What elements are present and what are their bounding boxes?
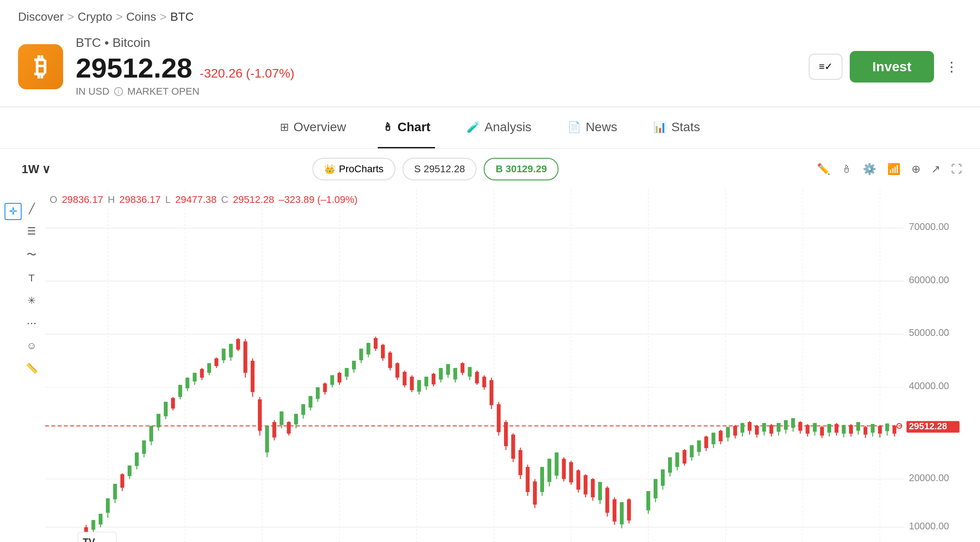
svg-rect-168 [620,502,624,524]
svg-rect-42 [164,402,168,416]
svg-rect-64 [243,341,247,373]
ohlc-open-val: 29836.17 [62,194,103,206]
tab-stats[interactable]: 📊 Stats [649,107,705,148]
svg-rect-24 [99,514,103,524]
news-icon: 📄 [568,121,581,133]
crosshair-tool[interactable]: ✛ [5,203,22,220]
breadcrumb-sep3: > [160,10,167,24]
svg-rect-162 [598,482,602,501]
svg-text:TV: TV [83,537,96,542]
buy-button[interactable]: B 30129.29 [484,158,559,180]
breadcrumb-discover[interactable]: Discover [18,10,64,24]
svg-rect-76 [287,422,291,434]
svg-rect-182 [682,450,687,464]
svg-rect-192 [719,431,723,441]
breadcrumb-crypto[interactable]: Crypto [78,10,112,24]
market-status: MARKET OPEN [128,86,200,97]
header-actions: ≡✓ Invest ⋮ [809,51,962,83]
node-tool[interactable]: ✳ [27,295,36,307]
svg-rect-136 [504,422,508,446]
svg-rect-32 [128,465,132,476]
chart-container: ✛ ╱ ☰ 〜 T ✳ ⋯ ☺ 📏 O 29836.17 H 29836.17 … [0,189,980,542]
horizontal-line-tool[interactable]: ☰ [27,225,36,237]
overview-icon: ⊞ [280,121,289,133]
breadcrumb-coins[interactable]: Coins [126,10,156,24]
svg-rect-114 [424,377,428,386]
bar-chart-icon[interactable]: 📶 [887,163,901,175]
currency-label: IN USD [76,86,110,97]
svg-rect-102 [381,345,385,358]
svg-rect-54 [207,363,211,372]
svg-rect-80 [301,404,305,415]
tab-chart[interactable]: 🕯 Chart [378,107,435,148]
watchlist-button[interactable]: ≡✓ [809,54,843,80]
svg-rect-172 [646,491,650,510]
svg-text:60000.00: 60000.00 [909,275,949,285]
tab-analysis[interactable]: 🧪 Analysis [462,107,536,148]
svg-rect-146 [540,467,544,492]
svg-rect-36 [142,441,146,454]
btc-icon: ₿ [34,52,47,81]
svg-rect-204 [762,423,766,432]
fullscreen-icon[interactable]: ⛶ [951,163,962,175]
pencil-icon[interactable]: ✏️ [817,163,830,175]
svg-rect-200 [748,422,752,431]
svg-text:50000.00: 50000.00 [909,327,949,338]
ruler-tool[interactable]: 📏 [26,363,38,374]
svg-rect-70 [265,426,269,453]
svg-rect-84 [316,387,320,399]
tab-news-label: News [586,120,617,134]
svg-rect-110 [410,377,414,390]
tab-news[interactable]: 📄 News [563,107,622,148]
svg-rect-132 [490,380,494,405]
svg-rect-126 [468,367,472,377]
svg-text:10000.00: 10000.00 [909,521,949,532]
svg-rect-188 [704,436,708,448]
svg-rect-144 [533,482,537,505]
svg-rect-152 [562,459,566,479]
svg-text:20000.00: 20000.00 [909,473,949,483]
asset-meta: IN USD i MARKET OPEN [76,86,809,97]
more-button[interactable]: ⋮ [941,55,962,78]
emoji-tool[interactable]: ☺ [27,340,37,352]
sell-button[interactable]: S 29512.28 [403,158,477,180]
svg-rect-106 [395,363,399,377]
svg-rect-232 [864,427,868,435]
tab-chart-label: Chart [398,120,430,134]
text-tool[interactable]: T [28,272,34,284]
svg-rect-176 [661,469,665,486]
chart-toolbar: 1W ∨ 👑 ProCharts S 29512.28 B 30129.29 ✏… [0,149,980,189]
ohlc-bar: O 29836.17 H 29836.17 L 29477.38 C 29512… [50,194,357,206]
svg-rect-20 [84,527,88,532]
svg-rect-218 [813,423,817,432]
timeframe-selector[interactable]: 1W ∨ [18,159,54,180]
procharts-button[interactable]: 👑 ProCharts [312,158,395,180]
svg-rect-26 [106,498,110,513]
svg-rect-178 [668,457,672,473]
svg-rect-92 [345,368,349,377]
svg-rect-62 [236,339,240,350]
svg-rect-164 [605,488,609,513]
svg-rect-122 [453,368,458,380]
candle-type-icon[interactable]: 🕯 [841,163,852,175]
plus-circle-icon[interactable]: ⊕ [911,163,920,175]
svg-rect-118 [439,368,443,380]
share-icon[interactable]: ↗ [931,163,940,175]
info-icon[interactable]: i [114,87,123,96]
svg-rect-120 [446,364,450,375]
svg-rect-210 [784,420,788,430]
candlestick-chart: 70000.00 60000.00 50000.00 40000.00 2951… [45,189,962,542]
svg-rect-206 [769,425,774,433]
ohlc-open-label: O [50,194,57,206]
settings-icon[interactable]: ⚙️ [863,163,876,175]
tab-bar: ⊞ Overview 🕯 Chart 🧪 Analysis 📄 News 📊 S… [0,107,980,149]
svg-rect-158 [584,475,588,495]
curve-tool[interactable]: 〜 [27,248,37,262]
line-tool[interactable]: ╱ [29,203,35,215]
svg-rect-88 [330,375,334,385]
tab-overview[interactable]: ⊞ Overview [275,107,351,148]
pattern-tool[interactable]: ⋯ [27,317,37,329]
ohlc-high-label: H [108,194,115,206]
invest-button[interactable]: Invest [850,51,934,83]
svg-rect-180 [675,452,679,467]
